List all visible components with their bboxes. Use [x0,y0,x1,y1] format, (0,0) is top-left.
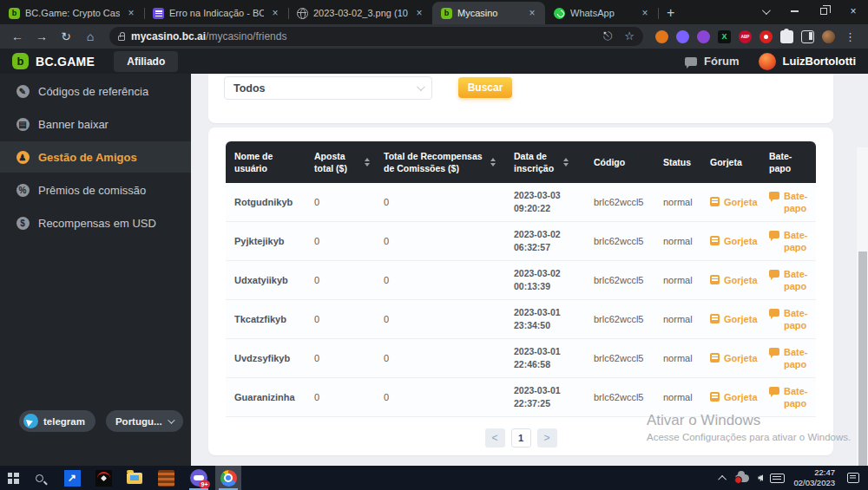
taskbar-clock[interactable]: 22:47 02/03/2023 [793,467,835,488]
keyboard-icon[interactable] [770,474,785,483]
filter-card: Todos Buscar [208,74,833,123]
action-center-icon[interactable] [847,473,859,483]
lock-icon[interactable] [118,36,125,41]
chat-label: Bate-papo [784,190,811,215]
sidebar-item-usd-rewards[interactable]: $ Recompensas em USD [0,207,191,238]
metamask-icon[interactable] [655,30,668,43]
tab-erro-indicacao[interactable]: Erro na Indicação - BC.Game × [144,2,288,24]
chat-label: Bate-papo [784,307,811,332]
tab-png-image[interactable]: 2023-03-02_3.png (1024×76 × [288,2,432,24]
scrollbar-thumb[interactable] [858,252,867,490]
affiliate-button[interactable]: Afiliado [114,51,178,72]
home-icon[interactable]: ⌂ [80,26,101,47]
address-bar[interactable]: mycasino.bc.ai/mycasino/friends ⎋ ☆ [109,27,643,46]
tip-button[interactable]: Gorjeta [701,352,760,364]
col-bet-total[interactable]: Aposta total ($) [306,150,375,174]
bookmark-star-icon[interactable]: ☆ [624,29,635,43]
sidebar-item-banner-download[interactable]: ▤ Banner baixar [0,108,191,140]
green-x-extension-icon[interactable]: X [718,30,731,43]
reload-icon[interactable]: ↻ [56,26,76,47]
telegram-button[interactable]: telegram [19,410,95,432]
tip-label: Gorjeta [724,274,758,286]
red-extension-icon[interactable] [760,30,773,43]
banner-icon: ▤ [16,117,30,131]
tab-close-icon[interactable]: × [125,7,137,19]
filter-select[interactable]: Todos [224,76,432,100]
tip-button[interactable]: Gorjeta [701,235,760,247]
sort-icon[interactable] [365,158,370,167]
tab-search-icon[interactable] [750,0,779,23]
watermark-subtitle: Acesse Configurações para ativar o Windo… [647,432,851,442]
share-icon[interactable]: ⎋ [603,29,612,43]
taskbar-app-list[interactable] [153,466,179,490]
extensions-puzzle-icon[interactable] [780,30,793,43]
taskbar-file-explorer[interactable] [122,466,148,490]
forum-favicon [153,8,164,19]
tray-expand-icon[interactable] [719,474,727,483]
tab-bcgame-casino[interactable]: b BC.Game: Crypto Casino Gan × [0,2,144,24]
minimize-button[interactable] [779,0,809,23]
tip-button[interactable]: Gorjeta [701,196,760,208]
next-page-button[interactable]: > [537,428,557,448]
adblock-icon[interactable]: ABP [739,30,752,43]
striped-app-icon [158,470,174,487]
forum-link[interactable]: Fórum [704,55,739,68]
chat-button[interactable]: Bate-papo [760,229,816,254]
col-status: Status [654,156,701,168]
user-name[interactable]: LuizBortolotti [783,55,856,68]
chat-button[interactable]: Bate-papo [760,385,816,410]
bcgame-logo[interactable]: b [12,53,29,69]
tab-close-icon[interactable]: × [526,7,538,19]
purple-extension-icon[interactable] [676,30,689,43]
table-body: Rotgudnikyb 0 0 2023-03-03 09:20:22 brlc… [226,183,816,417]
taskbar-app-anydesk[interactable]: ↗ [59,466,85,490]
tip-button[interactable]: Gorjeta [701,274,760,286]
friends-table-card: Nome de usuário Aposta total ($) Total d… [208,127,833,455]
taskbar-discord[interactable]: 9+ [186,466,212,490]
close-window-button[interactable]: × [838,0,868,23]
tab-whatsapp[interactable]: WhatsApp × [545,2,658,24]
tip-label: Gorjeta [724,196,758,208]
sidebar-item-referral-codes[interactable]: ✎ Códigos de referência [0,75,191,107]
taskbar-app-game[interactable] [90,466,116,490]
sort-icon[interactable] [563,158,569,167]
back-icon[interactable]: ← [7,26,28,47]
row-commission-rewards: 0 [375,314,505,324]
col-signup-date[interactable]: Data de inscrição [505,150,585,174]
start-button[interactable] [0,466,26,490]
taskbar-search-button[interactable] [26,466,52,490]
user-avatar[interactable] [759,53,776,70]
side-panel-icon[interactable] [801,30,814,43]
tip-button[interactable]: Gorjeta [701,391,760,403]
browser-profile-avatar[interactable] [822,30,835,43]
search-button[interactable]: Buscar [458,77,512,98]
row-signup-date: 2023-03-01 22:37:25 [505,384,585,410]
forward-icon[interactable]: → [31,26,52,47]
tab-close-icon[interactable]: × [639,7,651,19]
sort-icon[interactable] [490,158,496,167]
new-tab-button[interactable]: + [658,5,683,24]
sidebar-item-commission-rewards[interactable]: % Prêmios de comissão [0,174,191,206]
tab-close-icon[interactable]: × [413,7,425,19]
tab-mycasino-active[interactable]: b Mycasino × [432,2,545,24]
vertical-scrollbar[interactable] [857,147,868,490]
chat-button[interactable]: Bate-papo [760,307,816,332]
browser-tabstrip: b BC.Game: Crypto Casino Gan × Erro na I… [0,0,868,24]
chat-button[interactable]: Bate-papo [760,190,816,215]
cloud-sync-icon[interactable] [735,474,749,482]
screen: b BC.Game: Crypto Casino Gan × Erro na I… [0,0,868,490]
violet-extension-icon[interactable] [697,30,710,43]
browser-menu-icon[interactable]: ⋮ [843,30,858,43]
table-row: Pyjktejikyb 0 0 2023-03-02 06:32:57 brlc… [226,222,816,261]
prev-page-button[interactable]: < [485,428,505,448]
restore-button[interactable] [809,0,838,23]
chat-button[interactable]: Bate-papo [760,346,816,371]
chat-button[interactable]: Bate-papo [760,268,816,293]
tab-close-icon[interactable]: × [269,7,281,19]
tip-button[interactable]: Gorjeta [701,313,760,325]
language-selector[interactable]: Portugu... [106,410,183,432]
col-commission-rewards[interactable]: Total de Recompensas de Comissões ($) [375,150,505,174]
current-page-button[interactable]: 1 [511,428,531,448]
taskbar-chrome-active[interactable] [215,466,241,490]
sidebar-item-friends-management[interactable]: ♟ Gestão de Amigos [0,141,191,173]
